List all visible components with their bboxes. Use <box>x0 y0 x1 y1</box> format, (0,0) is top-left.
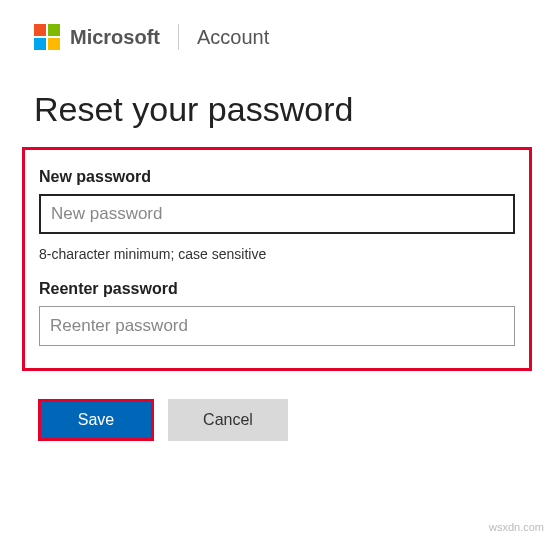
brand-text: Microsoft <box>70 26 160 49</box>
new-password-label: New password <box>39 168 515 186</box>
watermark-text: wsxdn.com <box>489 521 544 533</box>
header: Microsoft Account <box>0 0 554 66</box>
save-button[interactable]: Save <box>41 402 151 438</box>
password-helper-text: 8-character minimum; case sensitive <box>39 246 515 262</box>
password-form-highlight: New password 8-character minimum; case s… <box>22 147 532 371</box>
header-divider <box>178 24 179 50</box>
reenter-password-input[interactable] <box>39 306 515 346</box>
reenter-password-label: Reenter password <box>39 280 515 298</box>
cancel-button[interactable]: Cancel <box>168 399 288 441</box>
page-title: Reset your password <box>0 66 554 147</box>
microsoft-logo-icon <box>34 24 60 50</box>
button-row: Save Cancel <box>0 371 554 469</box>
save-button-highlight: Save <box>38 399 154 441</box>
section-text: Account <box>197 26 269 49</box>
new-password-input[interactable] <box>39 194 515 234</box>
